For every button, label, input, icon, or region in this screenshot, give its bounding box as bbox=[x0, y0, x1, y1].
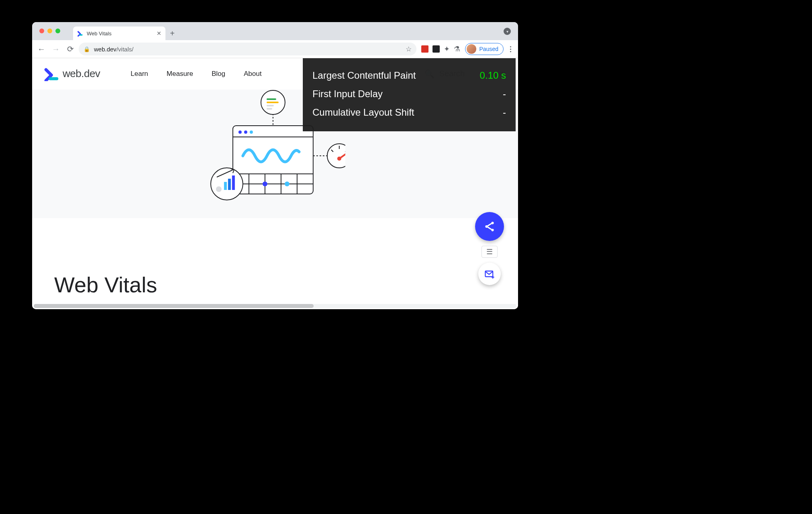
address-bar[interactable]: 🔒 web.dev/vitals/ ☆ bbox=[79, 43, 416, 55]
list-icon: ☰ bbox=[486, 247, 493, 256]
svg-line-35 bbox=[488, 227, 492, 229]
vitals-label: Cumulative Layout Shift bbox=[312, 107, 414, 118]
window-controls bbox=[39, 29, 60, 33]
tab-title: Web Vitals bbox=[87, 31, 153, 37]
toolbar: ← → ⟳ 🔒 web.dev/vitals/ ☆ ✦ ⚗ Paused bbox=[32, 40, 518, 58]
logo-icon bbox=[44, 67, 59, 81]
vitals-value: - bbox=[503, 107, 506, 118]
close-tab-icon[interactable]: ✕ bbox=[157, 30, 161, 37]
tab-bar: Web Vitals ✕ + ▾ bbox=[32, 22, 518, 40]
nav-learn[interactable]: Learn bbox=[131, 70, 148, 78]
page-title: Web Vitals bbox=[54, 272, 157, 297]
extension-icons: ✦ ⚗ bbox=[419, 45, 463, 53]
tablist-chevron-icon[interactable]: ▾ bbox=[504, 28, 511, 35]
svg-rect-14 bbox=[224, 182, 227, 190]
window-close-icon[interactable] bbox=[39, 29, 44, 33]
svg-point-3 bbox=[250, 131, 253, 134]
vitals-row-fid: First Input Delay - bbox=[312, 85, 506, 103]
share-fab[interactable] bbox=[475, 212, 504, 241]
web-vitals-overlay: Largest Contentful Paint 0.10 s First In… bbox=[303, 58, 516, 131]
profile-status: Paused bbox=[479, 46, 498, 52]
svg-rect-20 bbox=[267, 98, 276, 100]
window-minimize-icon[interactable] bbox=[47, 29, 52, 33]
vitals-value: 0.10 s bbox=[480, 70, 506, 81]
subscribe-fab[interactable] bbox=[478, 263, 501, 285]
vitals-label: Largest Contentful Paint bbox=[312, 70, 416, 81]
extensions-puzzle-icon[interactable]: ✦ bbox=[444, 45, 450, 53]
browser-window: Web Vitals ✕ + ▾ ← → ⟳ 🔒 web.dev/vitals/… bbox=[32, 22, 518, 309]
profile-chip[interactable]: Paused bbox=[465, 43, 504, 55]
vitals-value: - bbox=[503, 88, 506, 100]
extension-icon[interactable] bbox=[421, 45, 428, 53]
mail-plus-icon bbox=[484, 268, 495, 279]
share-icon bbox=[484, 220, 496, 233]
url-host: web.dev bbox=[94, 46, 116, 53]
svg-rect-15 bbox=[228, 179, 231, 190]
svg-rect-21 bbox=[267, 102, 279, 103]
nav-about[interactable]: About bbox=[244, 70, 261, 78]
browser-tab[interactable]: Web Vitals ✕ bbox=[73, 27, 165, 40]
logo-text: web.dev bbox=[63, 67, 100, 80]
svg-rect-22 bbox=[267, 105, 274, 106]
bookmark-star-icon[interactable]: ☆ bbox=[406, 45, 412, 53]
vitals-row-cls: Cumulative Layout Shift - bbox=[312, 103, 506, 122]
vitals-row-lcp: Largest Contentful Paint 0.10 s bbox=[312, 66, 506, 85]
url-text: web.dev/vitals/ bbox=[94, 46, 402, 53]
fab-stack: ☰ bbox=[475, 212, 504, 285]
new-tab-button[interactable]: + bbox=[165, 27, 179, 40]
avatar-icon bbox=[467, 44, 476, 54]
chrome-menu-button[interactable] bbox=[506, 46, 515, 52]
forward-button[interactable]: → bbox=[50, 43, 62, 55]
svg-rect-23 bbox=[267, 108, 272, 110]
favicon-icon bbox=[77, 30, 84, 37]
vitals-label: First Input Delay bbox=[312, 88, 383, 100]
toc-toggle[interactable]: ☰ bbox=[481, 246, 498, 258]
back-button[interactable]: ← bbox=[35, 43, 47, 55]
reload-button[interactable]: ⟳ bbox=[64, 43, 76, 55]
horizontal-scrollbar[interactable] bbox=[34, 304, 516, 308]
svg-point-1 bbox=[239, 131, 242, 134]
window-zoom-icon[interactable] bbox=[55, 29, 60, 33]
nav-blog[interactable]: Blog bbox=[212, 70, 225, 78]
svg-rect-16 bbox=[232, 175, 235, 190]
nav-measure[interactable]: Measure bbox=[167, 70, 193, 78]
svg-line-34 bbox=[488, 224, 492, 226]
scrollbar-thumb[interactable] bbox=[34, 304, 314, 308]
site-logo[interactable]: web.dev bbox=[44, 67, 100, 81]
url-path: /vitals/ bbox=[116, 46, 134, 53]
extension-icon[interactable] bbox=[433, 45, 440, 53]
svg-point-12 bbox=[285, 182, 290, 186]
lock-icon: 🔒 bbox=[84, 46, 90, 52]
svg-point-17 bbox=[216, 186, 222, 192]
labs-flask-icon[interactable]: ⚗ bbox=[454, 45, 460, 53]
page-viewport: web.dev Learn Measure Blog About 🔍 Searc… bbox=[32, 58, 518, 309]
svg-point-2 bbox=[244, 131, 247, 134]
svg-point-11 bbox=[263, 182, 267, 186]
